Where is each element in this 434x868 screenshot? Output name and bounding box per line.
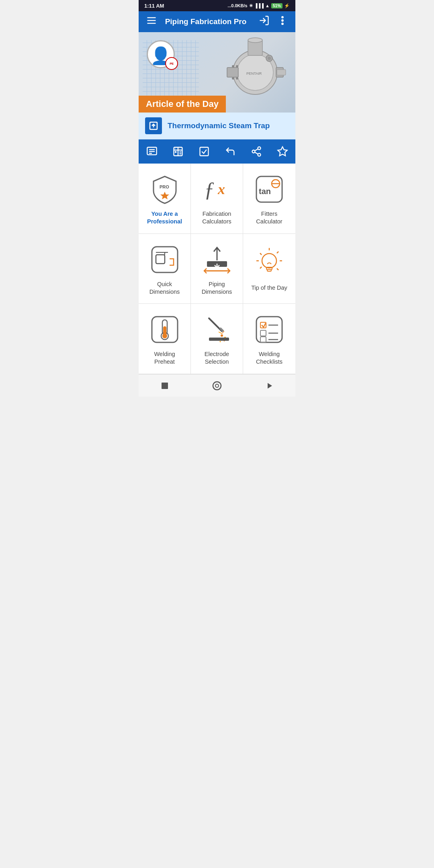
svg-point-80	[219, 341, 221, 342]
svg-point-14	[232, 77, 234, 80]
svg-line-67	[277, 268, 278, 270]
signal-bars-icon: ▐▐▐	[254, 3, 264, 8]
svg-point-39	[258, 154, 260, 156]
svg-point-38	[252, 150, 255, 153]
article-of-day-label[interactable]: Article of the Day	[139, 96, 226, 113]
svg-rect-36	[200, 147, 208, 156]
svg-point-93	[215, 384, 219, 387]
app-title: Piping Fabrication Pro	[159, 17, 253, 26]
grid-item-quick-dim[interactable]: QuickDimensions	[139, 234, 191, 304]
svg-point-13	[232, 65, 234, 68]
svg-rect-83	[209, 338, 229, 341]
svg-text:PRO: PRO	[160, 184, 169, 189]
svg-line-68	[260, 267, 262, 268]
user-avatar[interactable]: 👤 PE	[147, 40, 175, 68]
svg-marker-94	[268, 383, 272, 389]
bottom-nav	[139, 374, 295, 397]
svg-rect-87	[260, 330, 266, 336]
fitters-calc-icon: tan	[253, 173, 285, 205]
check-icon[interactable]	[195, 143, 213, 160]
svg-point-6	[282, 23, 283, 25]
article-title-bar[interactable]: Thermodynamic Steam Trap	[139, 113, 295, 139]
hero-section: 👤 PE PENTAIR	[139, 32, 295, 113]
reply-icon[interactable]	[221, 143, 239, 160]
svg-rect-52	[156, 255, 165, 264]
svg-point-16	[236, 77, 238, 80]
more-options-icon[interactable]	[275, 13, 290, 30]
svg-line-41	[255, 149, 258, 151]
grid-item-piping-dim[interactable]: PipingDimensions	[191, 234, 243, 304]
piping-dim-label: PipingDimensions	[202, 280, 232, 296]
battery-indicator: 51%	[271, 3, 283, 8]
professional-icon: PRO	[149, 173, 181, 205]
welding-preheat-label: WeldingPreheat	[154, 350, 175, 366]
grid-item-welding-preheat[interactable]: WeldingPreheat	[139, 304, 191, 374]
back-nav-square[interactable]	[159, 380, 170, 391]
svg-point-4	[282, 16, 283, 18]
electrode-label: ElectrodeSelection	[205, 350, 229, 366]
tip-icon	[253, 247, 285, 279]
share-icon[interactable]	[248, 143, 265, 160]
checklists-label: WeldingChecklists	[256, 350, 283, 366]
home-nav-circle[interactable]	[211, 380, 223, 391]
svg-marker-42	[278, 147, 287, 156]
favorite-icon[interactable]	[274, 143, 291, 160]
electrode-icon	[201, 313, 233, 346]
action-toolbar: f x	[139, 139, 295, 164]
svg-text:tan: tan	[259, 187, 271, 196]
svg-marker-44	[160, 192, 169, 199]
recents-nav-triangle[interactable]	[264, 380, 275, 391]
svg-rect-61	[267, 270, 271, 271]
svg-point-20	[268, 57, 271, 60]
menu-icon[interactable]	[144, 13, 159, 30]
main-grid-menu: PRO You Are aProfessional ƒ x Fabricatio…	[139, 164, 295, 374]
professional-label: You Are aProfessional	[147, 210, 182, 225]
svg-point-5	[282, 20, 283, 21]
svg-text:x: x	[217, 181, 225, 197]
svg-line-40	[255, 152, 258, 154]
status-icons: ...0.0KB/s ✳ ▐▐▐ ▲ 51% ⚡	[227, 3, 290, 8]
steam-trap-image: PENTAIR	[219, 36, 287, 106]
grid-item-fitters-calc[interactable]: tan FittersCalculator	[243, 164, 295, 234]
welding-preheat-icon	[149, 313, 181, 346]
piping-dim-icon	[201, 244, 233, 276]
svg-rect-91	[162, 383, 168, 389]
fabrication-calc-label: FabricationCalculators	[202, 210, 231, 225]
wifi-icon: ▲	[265, 3, 270, 8]
svg-rect-89	[260, 337, 266, 342]
svg-point-15	[236, 65, 238, 68]
checklists-icon	[253, 313, 285, 346]
svg-line-65	[277, 252, 278, 253]
svg-point-92	[213, 382, 221, 390]
comments-icon[interactable]	[143, 143, 161, 160]
quick-dim-label: QuickDimensions	[149, 280, 180, 296]
article-title: Thermodynamic Steam Trap	[168, 121, 270, 130]
fabrication-calc-icon: ƒ x	[201, 173, 233, 205]
signal-text: ...0.0KB/s	[227, 3, 248, 8]
svg-point-76	[221, 334, 223, 337]
svg-text:PENTAIR: PENTAIR	[246, 72, 262, 76]
fitters-calc-label: FittersCalculator	[256, 210, 282, 225]
grid-item-fabrication-calc[interactable]: ƒ x FabricationCalculators	[191, 164, 243, 234]
svg-rect-9	[227, 68, 238, 77]
svg-point-37	[258, 147, 260, 149]
calculator-icon[interactable]: f x	[169, 143, 187, 160]
tip-label: Tip of the Day	[251, 284, 287, 292]
status-time: 1:11 AM	[144, 3, 164, 9]
svg-point-59	[262, 254, 276, 268]
bluetooth-icon: ✳	[249, 3, 253, 8]
svg-rect-17	[277, 70, 286, 75]
grid-item-electrode[interactable]: ElectrodeSelection	[191, 304, 243, 374]
pe-badge: PE	[165, 57, 178, 70]
grid-item-tip[interactable]: Tip of the Day	[243, 234, 295, 304]
grid-item-checklists[interactable]: WeldingChecklists	[243, 304, 295, 374]
article-upload-icon	[145, 117, 162, 134]
svg-line-66	[260, 253, 262, 255]
grid-item-professional[interactable]: PRO You Are aProfessional	[139, 164, 191, 234]
quick-dim-icon	[149, 244, 181, 276]
charging-icon: ⚡	[284, 3, 290, 8]
svg-text:ƒ: ƒ	[204, 178, 215, 201]
login-icon[interactable]	[257, 13, 271, 30]
svg-point-12	[248, 38, 262, 43]
svg-line-82	[219, 332, 222, 334]
